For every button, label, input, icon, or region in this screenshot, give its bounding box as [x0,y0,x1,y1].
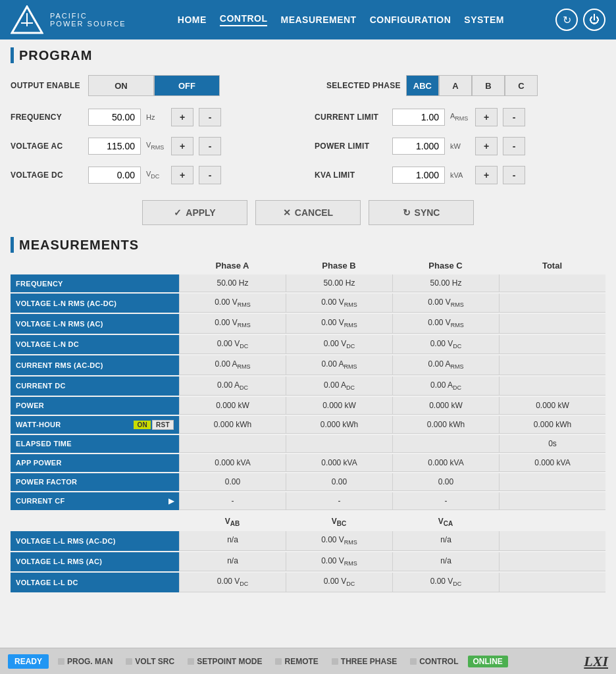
kva-limit-minus-button[interactable]: - [503,166,525,184]
meas-irms-acdc-label: CURRENT RMS (AC-DC) [11,355,179,375]
meas-power-b: 0.000 kW [286,397,392,415]
voltage-dc-plus-button[interactable]: + [171,166,193,184]
output-enable-row: OUTPUT ENABLE ON OFF [11,71,313,100]
current-limit-input[interactable] [392,109,445,126]
program-section: PROGRAM OUTPUT ENABLE ON OFF SELECTED PH… [11,47,605,230]
meas-vln-dc-c: 0.00 VDC [392,335,499,354]
sync-button[interactable]: ↻ SYNC [369,200,474,225]
voltage-dc-input[interactable] [88,167,141,184]
kva-limit-plus-button[interactable]: + [475,166,498,184]
kva-limit-input[interactable] [392,167,445,184]
control-label: CONTROL [419,657,458,666]
meas-irms-acdc-row: CURRENT RMS (AC-DC) 0.00 ARMS 0.00 ARMS … [11,355,605,375]
meas-cf-a: - [179,492,286,510]
nav-system[interactable]: SYSTEM [464,14,504,25]
power-limit-plus-button[interactable]: + [475,137,498,155]
measurements-title: MEASUREMENTS [19,238,139,253]
meas-elapsed-label: ELAPSED TIME [11,435,179,453]
power-limit-minus-button[interactable]: - [503,137,525,155]
meas-vll-ac-label: VOLTAGE L-L RMS (AC) [11,552,179,571]
meas-freq-b: 50.00 Hz [286,274,392,292]
meas-idc-label: CURRENT DC [11,376,179,396]
header: PACIFIC POWER SOURCE HOME CONTROL MEASUR… [0,0,616,39]
meas-pf-c: 0.00 [392,473,499,491]
wh-rst-badge[interactable]: RST [152,420,174,430]
control-indicator [410,658,417,665]
meas-irms-acdc-b: 0.00 ARMS [286,355,392,375]
meas-idc-total [499,376,605,396]
nav-control[interactable]: CONTROL [220,13,268,26]
meas-currentcf-row: CURRENT CF ▶ - - - [11,492,605,510]
nav-configuration[interactable]: CONFIGURATION [370,14,451,25]
meas-currentcf-label: CURRENT CF ▶ [11,492,179,510]
wh-on-badge[interactable]: ON [134,421,151,429]
action-buttons: ✓ APPLY ✕ CANCEL ↻ SYNC [11,195,605,230]
meas-elapsed-a [179,435,286,453]
volt-src-label: VOLT SRC [135,657,174,666]
apply-label: APPLY [186,207,215,218]
frequency-plus-button[interactable]: + [171,108,193,126]
meas-power-total: 0.000 kW [499,397,605,415]
meas-cf-total [499,492,605,510]
meas-vll-dc-ca: 0.00 VDC [392,573,499,592]
apply-button[interactable]: ✓ APPLY [142,200,247,225]
main-content: PROGRAM OUTPUT ENABLE ON OFF SELECTED PH… [0,39,616,635]
nav-home[interactable]: HOME [178,14,207,25]
measurements-section-bar [11,237,14,253]
meas-freq-a: 50.00 Hz [179,274,286,292]
meas-freq-c: 50.00 Hz [392,274,499,292]
refresh-button[interactable]: ↻ [555,9,578,31]
voltage-dc-minus-button[interactable]: - [199,166,221,184]
meas-vll-acdc-ab: n/a [179,531,286,550]
meas-vln-ac-a: 0.00 VRMS [179,314,286,333]
meas-vln-dc-a: 0.00 VDC [179,335,286,354]
meas-vll-acdc-row: VOLTAGE L-L RMS (AC-DC) n/a 0.00 VRMS n/… [11,531,605,550]
meas-cf-c: - [392,492,499,510]
output-off-button[interactable]: OFF [154,75,220,96]
phase-c-button[interactable]: C [505,75,538,96]
current-limit-row: CURRENT LIMIT ARMS + - [315,104,605,130]
meas-vln-dc-total [499,335,605,354]
current-limit-plus-button[interactable]: + [475,108,498,126]
sync-label: SYNC [415,207,440,218]
meas-apppower-b: 0.000 kVA [286,454,392,472]
voltage-ac-input[interactable] [88,138,141,155]
meas-wh-total: 0.000 kWh [499,416,605,434]
remote-indicator [275,658,282,665]
meas-elapsed-b [286,435,392,453]
meas-ll-subheaders: VAB VBC VCA [11,514,605,530]
phase-a-button[interactable]: A [439,75,472,96]
power-limit-input[interactable] [392,138,445,155]
measurements-col-headers: Phase A Phase B Phase C Total [11,261,605,273]
meas-powerfactor-label: POWER FACTOR [11,473,179,491]
meas-idc-b: 0.00 ADC [286,376,392,396]
phase-abc-button[interactable]: ABC [406,75,439,96]
meas-apppower-total: 0.000 kVA [499,454,605,472]
nav-links: HOME CONTROL MEASUREMENT CONFIGURATION S… [178,13,504,26]
meas-currentcf-arrow[interactable]: ▶ [168,497,174,506]
wh-badges: ON RST [134,420,174,430]
meas-vln-dc-b: 0.00 VDC [286,335,392,354]
power-button[interactable]: ⏻ [583,9,605,31]
output-on-button[interactable]: ON [88,75,154,96]
voltage-ac-minus-button[interactable]: - [199,137,221,155]
voltage-ac-plus-button[interactable]: + [171,137,193,155]
cancel-button[interactable]: ✕ CANCEL [255,200,361,225]
meas-vln-ac-label: VOLTAGE L-N RMS (AC) [11,314,179,333]
meas-vln-ac-total [499,314,605,333]
frequency-label: FREQUENCY [11,113,83,122]
phase-b-button[interactable]: B [472,75,505,96]
frequency-minus-button[interactable]: - [199,108,221,126]
remote-label: REMOTE [284,657,318,666]
measurements-section-header: MEASUREMENTS [11,237,605,253]
section-bar [11,47,14,63]
col-header-phase-c: Phase C [392,261,499,271]
meas-vln-acdc-b: 0.00 VRMS [286,294,392,313]
current-limit-label: CURRENT LIMIT [315,113,387,122]
current-limit-minus-button[interactable]: - [503,108,525,126]
status-online-badge: ONLINE [468,656,508,667]
nav-measurement[interactable]: MEASUREMENT [280,14,356,25]
frequency-input[interactable] [88,109,141,126]
logo-title: PACIFIC [50,12,126,20]
status-setpoint-mode: SETPOINT MODE [184,657,266,666]
